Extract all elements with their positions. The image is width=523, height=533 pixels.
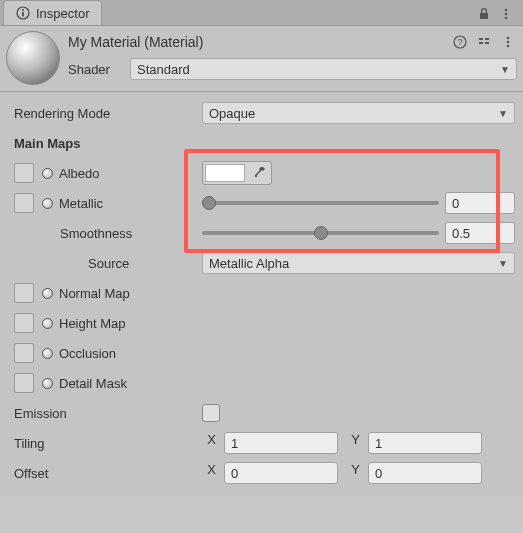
rendering-mode-value: Opaque bbox=[209, 106, 255, 121]
svg-point-14 bbox=[507, 45, 510, 48]
offset-label: Offset bbox=[14, 466, 194, 481]
x-label: X bbox=[202, 462, 216, 484]
height-map-texture-slot[interactable] bbox=[14, 313, 34, 333]
rendering-mode-label: Rendering Mode bbox=[14, 106, 194, 121]
source-value: Metallic Alpha bbox=[209, 256, 289, 271]
svg-rect-2 bbox=[22, 12, 24, 17]
occlusion-picker-icon[interactable] bbox=[42, 348, 53, 359]
svg-rect-8 bbox=[479, 38, 483, 40]
svg-point-1 bbox=[22, 9, 24, 11]
svg-point-12 bbox=[507, 37, 510, 40]
y-label: Y bbox=[346, 462, 360, 484]
smoothness-value-field[interactable]: 0.5 bbox=[445, 222, 515, 244]
metallic-texture-slot[interactable] bbox=[14, 193, 34, 213]
smoothness-source-dropdown[interactable]: Metallic Alpha ▼ bbox=[202, 252, 515, 274]
normal-map-label: Normal Map bbox=[59, 286, 130, 301]
tab-label: Inspector bbox=[36, 6, 89, 21]
dots-icon[interactable] bbox=[497, 7, 515, 21]
material-title: My Material (Material) bbox=[68, 34, 445, 50]
metallic-slider[interactable] bbox=[202, 194, 439, 212]
metallic-label: Metallic bbox=[59, 196, 103, 211]
normal-map-texture-slot[interactable] bbox=[14, 283, 34, 303]
lock-icon[interactable] bbox=[475, 7, 493, 21]
slider-thumb[interactable] bbox=[202, 196, 216, 210]
svg-rect-11 bbox=[485, 42, 489, 44]
y-label: Y bbox=[346, 432, 360, 454]
tiling-x-field[interactable]: 1 bbox=[224, 432, 338, 454]
slider-thumb[interactable] bbox=[314, 226, 328, 240]
albedo-picker-icon[interactable] bbox=[42, 168, 53, 179]
normal-map-picker-icon[interactable] bbox=[42, 288, 53, 299]
help-icon[interactable]: ? bbox=[451, 35, 469, 49]
occlusion-label: Occlusion bbox=[59, 346, 116, 361]
height-map-label: Height Map bbox=[59, 316, 125, 331]
albedo-color-swatch bbox=[205, 164, 245, 182]
detail-mask-picker-icon[interactable] bbox=[42, 378, 53, 389]
emission-checkbox[interactable] bbox=[202, 404, 220, 422]
menu-icon[interactable] bbox=[499, 35, 517, 49]
smoothness-label: Smoothness bbox=[14, 226, 194, 241]
detail-mask-texture-slot[interactable] bbox=[14, 373, 34, 393]
metallic-value-field[interactable]: 0 bbox=[445, 192, 515, 214]
svg-point-4 bbox=[505, 13, 508, 16]
main-maps-header: Main Maps bbox=[14, 136, 194, 151]
chevron-down-icon: ▼ bbox=[498, 258, 508, 269]
smoothness-slider[interactable] bbox=[202, 224, 439, 242]
svg-rect-10 bbox=[479, 42, 483, 44]
svg-point-5 bbox=[505, 17, 508, 20]
tiling-y-field[interactable]: 1 bbox=[368, 432, 482, 454]
chevron-down-icon: ▼ bbox=[498, 108, 508, 119]
metallic-picker-icon[interactable] bbox=[42, 198, 53, 209]
svg-point-3 bbox=[505, 9, 508, 12]
inspector-tab[interactable]: Inspector bbox=[3, 0, 102, 25]
tiling-label: Tiling bbox=[14, 436, 194, 451]
height-map-picker-icon[interactable] bbox=[42, 318, 53, 329]
svg-text:?: ? bbox=[457, 37, 462, 47]
albedo-color-field[interactable] bbox=[202, 161, 272, 185]
occlusion-texture-slot[interactable] bbox=[14, 343, 34, 363]
svg-rect-9 bbox=[485, 38, 489, 40]
x-label: X bbox=[202, 432, 216, 454]
offset-y-field[interactable]: 0 bbox=[368, 462, 482, 484]
material-preview-sphere bbox=[6, 31, 60, 85]
source-label: Source bbox=[14, 256, 194, 271]
albedo-label: Albedo bbox=[59, 166, 99, 181]
shader-value: Standard bbox=[137, 62, 190, 77]
eyedropper-icon[interactable] bbox=[249, 166, 269, 180]
detail-mask-label: Detail Mask bbox=[59, 376, 127, 391]
presets-icon[interactable] bbox=[475, 35, 493, 49]
svg-point-13 bbox=[507, 41, 510, 44]
shader-dropdown[interactable]: Standard ▼ bbox=[130, 58, 517, 80]
albedo-texture-slot[interactable] bbox=[14, 163, 34, 183]
emission-label: Emission bbox=[14, 406, 194, 421]
rendering-mode-dropdown[interactable]: Opaque ▼ bbox=[202, 102, 515, 124]
offset-x-field[interactable]: 0 bbox=[224, 462, 338, 484]
shader-label: Shader bbox=[68, 62, 122, 77]
info-icon bbox=[16, 6, 30, 20]
chevron-down-icon: ▼ bbox=[500, 64, 510, 75]
